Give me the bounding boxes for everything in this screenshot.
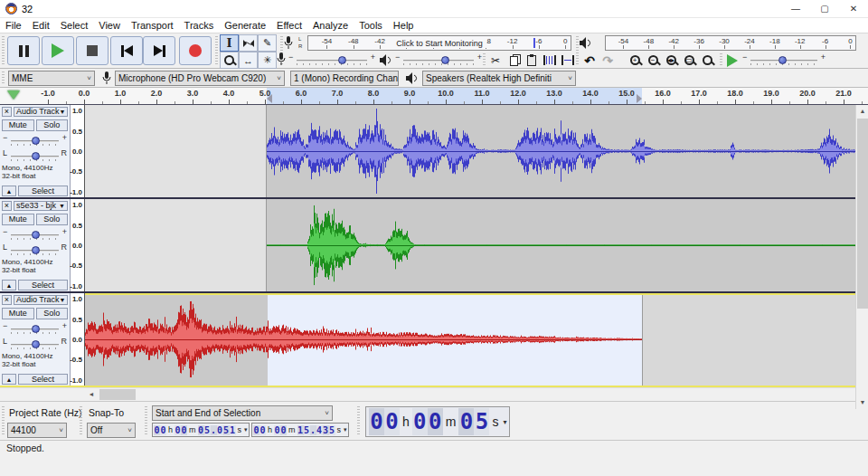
menu-edit[interactable]: Edit <box>27 18 55 33</box>
selection-time-digit[interactable]: 0 <box>198 425 204 435</box>
horizontal-scroll-thumb[interactable] <box>99 389 136 400</box>
selection-time-digit[interactable]: 0 <box>217 425 223 435</box>
play-speed-slider[interactable]: −+ <box>745 53 823 66</box>
selection-time-digit[interactable]: 0 <box>274 425 280 435</box>
selection-time-digit[interactable]: 0 <box>181 425 187 435</box>
amplitude-ruler[interactable]: 1.0 0.5 0.0 -0.5 -1.0 <box>71 293 85 386</box>
selection-time-digit[interactable]: 5 <box>304 425 310 435</box>
selection-time-digit[interactable]: . <box>211 425 217 435</box>
chevron-down-icon[interactable]: ▾ <box>501 418 506 426</box>
playback-meter[interactable]: -54-48-42-36-30-24-18-12-60 <box>580 35 858 51</box>
selection-time-digit[interactable]: 0 <box>280 425 287 435</box>
gain-slider[interactable]: −+ <box>5 322 64 335</box>
mute-button[interactable]: Mute <box>2 308 34 319</box>
solo-button[interactable]: Solo <box>36 308 69 319</box>
track-close-button[interactable]: × <box>2 201 12 211</box>
selection-time-digit[interactable]: 1 <box>297 425 304 435</box>
solo-button[interactable]: Solo <box>36 214 69 225</box>
selection-time-digit[interactable]: 5 <box>223 425 230 435</box>
minimize-button[interactable]: — <box>781 0 810 17</box>
track-name-menu[interactable]: Audio Track▼ <box>14 107 68 117</box>
trim-audio-button[interactable] <box>541 52 559 68</box>
toolbar-grip[interactable] <box>2 71 5 85</box>
menu-analyze[interactable]: Analyze <box>307 18 354 33</box>
copy-button[interactable] <box>505 52 523 68</box>
menu-view[interactable]: View <box>93 18 126 33</box>
recording-meter[interactable]: LR -54-48-42-36-30-24-18-12-60Click to S… <box>284 35 573 51</box>
time-digit[interactable]: 5 <box>474 408 489 435</box>
mute-button[interactable]: Mute <box>2 119 34 131</box>
selection-start-field[interactable]: 00h00m05.051s▾ <box>152 423 250 437</box>
toolbar-grip[interactable] <box>357 406 360 435</box>
toolbar-grip[interactable] <box>80 406 82 435</box>
track-name-menu[interactable]: s5e33 - bjk▼ <box>14 201 68 211</box>
selection-time-digit[interactable]: s <box>236 425 244 434</box>
menu-tracks[interactable]: Tracks <box>179 18 220 33</box>
selection-time-digit[interactable]: m <box>187 425 198 434</box>
time-digit[interactable]: m <box>443 414 459 429</box>
chevron-down-icon[interactable]: ▾ <box>343 426 347 433</box>
track-name-menu[interactable]: Audio Track▼ <box>14 295 68 305</box>
play-button[interactable] <box>42 36 74 65</box>
recording-channels-dropdown[interactable]: 1 (Mono) Recording Channe˅ <box>290 71 399 86</box>
selection-end-handle[interactable] <box>637 94 642 103</box>
scroll-left-icon[interactable]: ◄ <box>85 388 98 401</box>
menu-tools[interactable]: Tools <box>354 18 388 33</box>
time-digit[interactable]: 0 <box>369 408 384 435</box>
snap-to-dropdown[interactable]: Off˅ <box>87 423 136 438</box>
time-digit[interactable]: s <box>489 414 501 429</box>
collapse-button[interactable]: ▲ <box>2 374 16 385</box>
multi-tool-button[interactable]: ✳ <box>258 52 277 69</box>
solo-button[interactable]: Solo <box>36 119 69 131</box>
track-close-button[interactable]: × <box>2 295 12 305</box>
zoom-selection-button[interactable]: ◂▸ <box>662 52 680 68</box>
menu-effect[interactable]: Effect <box>271 18 307 33</box>
recording-device-dropdown[interactable]: Microphone (HD Pro Webcam C920)˅ <box>115 71 285 86</box>
audio-host-dropdown[interactable]: MME˅ <box>8 71 95 86</box>
envelope-tool-button[interactable] <box>239 34 258 52</box>
selection-tool-button[interactable]: I <box>220 34 239 52</box>
skip-to-end-button[interactable] <box>143 36 175 65</box>
amplitude-ruler[interactable]: 1.0 0.5 0.0 -0.5 -1.0 <box>71 105 85 197</box>
selection-time-digit[interactable]: 5 <box>329 425 335 435</box>
draw-tool-button[interactable]: ✎ <box>258 34 277 52</box>
selection-time-digit[interactable]: 0 <box>160 425 166 435</box>
recording-volume-slider[interactable]: −+ <box>291 53 373 66</box>
time-digit[interactable]: 0 <box>384 408 400 435</box>
menu-select[interactable]: Select <box>55 18 94 33</box>
silence-audio-button[interactable] <box>559 52 577 68</box>
audio-position-display[interactable]: 00h00m05s▾ <box>365 406 510 437</box>
track-waveform[interactable] <box>85 105 855 197</box>
play-head-marker-icon[interactable] <box>7 90 20 100</box>
selection-mode-dropdown[interactable]: Start and End of Selection˅ <box>152 405 333 421</box>
time-digit[interactable]: h <box>400 414 412 429</box>
toolbar-grip[interactable] <box>2 406 5 435</box>
pan-slider[interactable]: LR <box>5 243 64 256</box>
zoom-in-button[interactable]: + <box>626 52 644 68</box>
select-button[interactable]: Select <box>18 280 68 290</box>
gain-slider[interactable]: −+ <box>5 134 64 147</box>
toolbar-grip[interactable] <box>720 53 722 65</box>
selection-time-digit[interactable]: 4 <box>316 425 323 435</box>
monitoring-overlay[interactable]: Click to Start Monitoring <box>392 39 486 48</box>
paste-button[interactable] <box>523 52 541 68</box>
playback-volume-slider[interactable]: −+ <box>398 53 479 66</box>
gain-slider[interactable]: −+ <box>5 228 64 241</box>
recording-meter-scale[interactable]: -54-48-42-36-30-24-18-12-60Click to Star… <box>307 35 571 51</box>
timeline-ruler[interactable]: -1.00.01.02.03.04.05.06.07.08.09.010.011… <box>0 88 868 105</box>
redo-button[interactable]: ↷ <box>599 52 617 68</box>
toolbar-grip[interactable] <box>483 53 486 65</box>
scroll-up-icon[interactable]: ▲ <box>856 105 868 118</box>
collapse-button[interactable]: ▲ <box>2 186 16 196</box>
toolbar-grip[interactable] <box>145 406 147 435</box>
selection-time-digit[interactable]: 5 <box>204 425 211 435</box>
select-button[interactable]: Select <box>18 374 68 385</box>
pan-slider[interactable]: LR <box>5 149 64 162</box>
mute-button[interactable]: Mute <box>2 214 34 225</box>
skip-to-start-button[interactable] <box>110 36 143 65</box>
selection-time-digit[interactable]: h <box>166 425 175 434</box>
zoom-tool-button[interactable] <box>220 52 239 69</box>
play-at-speed-button[interactable] <box>723 52 741 68</box>
vertical-scrollbar[interactable]: ▲ ▼ <box>855 105 868 409</box>
pan-slider[interactable]: LR <box>5 338 64 350</box>
